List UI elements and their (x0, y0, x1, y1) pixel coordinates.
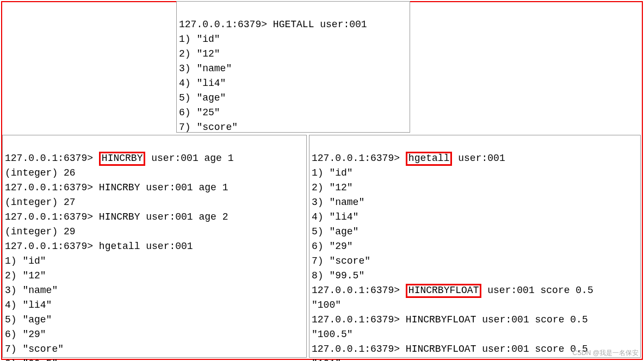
hincrby-highlight: HINCRBY (99, 152, 146, 166)
output-line: 1) "id" (312, 167, 353, 178)
output-line: 2) "12" (179, 48, 220, 59)
prompt: 127.0.0.1:6379> (5, 241, 93, 252)
cmd: HINCRBYFLOAT user:001 score 0.5 (406, 344, 588, 354)
output-line: (integer) 27 (5, 197, 76, 208)
output-line: 2) "12" (5, 270, 46, 281)
output-line: "100" (312, 300, 341, 310)
cmd: HGETALL user:001 (273, 19, 367, 30)
prompt: 127.0.0.1:6379> (312, 344, 400, 354)
output-line: 8) "99.5" (5, 358, 58, 361)
output-line: 5) "age" (312, 226, 358, 237)
output-line: 4) "li4" (179, 78, 226, 89)
hincrbyfloat-highlight: HINCRBYFLOAT (406, 284, 482, 298)
prompt: 127.0.0.1:6379> (5, 153, 93, 164)
output-line: 3) "name" (5, 285, 58, 296)
output-line: 5) "age" (5, 314, 52, 325)
prompt: 127.0.0.1:6379> (312, 285, 400, 296)
output-line: (integer) 29 (5, 226, 76, 237)
hgetall-highlight: hgetall (406, 152, 453, 166)
output-line: "101" (312, 358, 341, 361)
output-line: 2) "12" (312, 182, 353, 193)
cmd: HINCRBY user:001 age 2 (99, 211, 228, 222)
cmd-rest: user:001 (452, 153, 505, 164)
terminal-right: 127.0.0.1:6379> hgetall user:001 1) "id"… (309, 135, 641, 358)
terminal-top: 127.0.0.1:6379> HGETALL user:001 1) "id"… (176, 1, 410, 133)
output-line: "100.5" (312, 329, 353, 340)
output-line: 7) "score" (5, 344, 64, 354)
output-line: 1) "id" (5, 256, 46, 266)
prompt: 127.0.0.1:6379> (312, 153, 400, 164)
output-line: 8) "99.5" (312, 270, 364, 281)
output-line: 3) "name" (312, 197, 364, 208)
prompt: 127.0.0.1:6379> (179, 19, 267, 30)
output-line: 5) "age" (179, 92, 226, 103)
watermark: CSDN @我是一名保安 (572, 348, 639, 358)
output-line: 7) "score" (312, 256, 370, 266)
output-line: 1) "id" (179, 34, 220, 45)
prompt: 127.0.0.1:6379> (5, 182, 93, 193)
terminal-left: 127.0.0.1:6379> HINCRBY user:001 age 1 (… (2, 135, 307, 358)
cmd-rest: user:001 score 0.5 (481, 285, 593, 296)
output-line: 4) "li4" (312, 211, 358, 222)
cmd: hgetall user:001 (99, 241, 193, 252)
output-line: 6) "29" (5, 329, 46, 340)
prompt: 127.0.0.1:6379> (5, 211, 93, 222)
prompt: 127.0.0.1:6379> (312, 314, 400, 325)
cmd-rest: user:001 age 1 (145, 153, 233, 164)
cmd: HINCRBY user:001 age 1 (99, 182, 228, 193)
output-line: 7) "score" (179, 122, 238, 133)
cmd: HINCRBYFLOAT user:001 score 0.5 (406, 314, 588, 325)
output-line: 3) "name" (179, 63, 232, 74)
output-line: 6) "25" (179, 107, 220, 118)
output-line: 6) "29" (312, 241, 353, 252)
output-line: 4) "li4" (5, 300, 52, 310)
output-line: (integer) 26 (5, 167, 76, 178)
